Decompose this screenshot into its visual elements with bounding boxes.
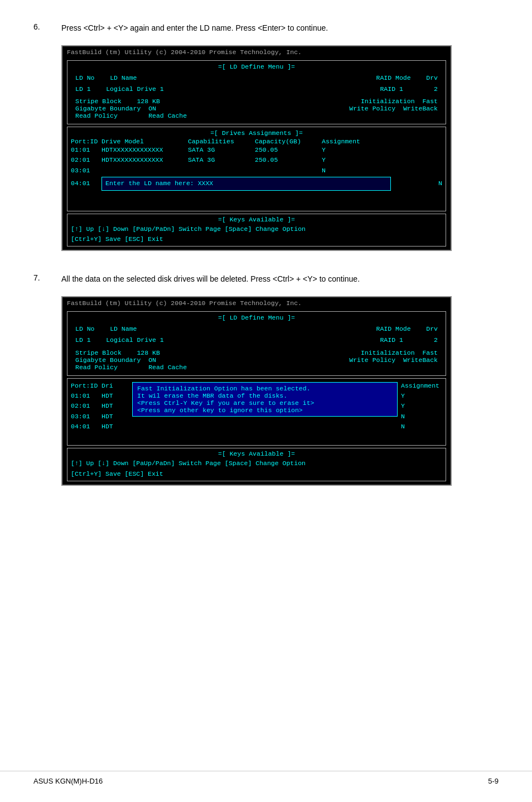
keys-title-1: =[ Keys Available ]= bbox=[71, 216, 442, 223]
d1-capacity: 250.05 bbox=[255, 145, 322, 155]
d4-port: 04:01 bbox=[71, 178, 101, 189]
read-cache-label: Read Cache bbox=[148, 112, 187, 119]
d2-model-2: HDT bbox=[101, 401, 132, 411]
init-val: Fast bbox=[422, 98, 438, 105]
d2-port-2: 02:01 bbox=[71, 401, 101, 411]
d1-port: 01:01 bbox=[71, 145, 101, 155]
ld-menu-title-1: =[ LD Define Menu ]= bbox=[71, 63, 442, 70]
stripe-block-label-2: Stripe Block bbox=[75, 349, 122, 356]
init-label-2: Initialization bbox=[361, 349, 415, 356]
logical-drive-1: Logical Drive 1 bbox=[106, 85, 164, 93]
keys-row2-1: [Ctrl+Y] Save [ESC] Exit bbox=[71, 234, 442, 244]
footer-right: 5-9 bbox=[488, 777, 499, 785]
raid-mode-label: RAID Mode bbox=[376, 74, 411, 81]
keys-section-2: =[ Keys Available ]= [↑] Up [↓] Down [Pa… bbox=[67, 448, 446, 481]
popup-line3: <Press Ctrl-Y Key if you are sure to era… bbox=[137, 399, 393, 407]
col-port-1: Port:ID bbox=[71, 138, 101, 145]
d1-model-2: HDT bbox=[101, 391, 132, 401]
write-policy-label: Write Policy bbox=[349, 105, 395, 112]
d3-port-2: 03:01 bbox=[71, 412, 101, 422]
keys-row2-2: [Ctrl+Y] Save [ESC] Exit bbox=[71, 469, 442, 479]
d1-assign: Y bbox=[322, 145, 366, 155]
terminal2-header: FastBuild (tm) Utility (c) 2004-2010 Pro… bbox=[62, 297, 451, 309]
d1-model: HDTXXXXXXXXXXXXX bbox=[101, 145, 188, 155]
stripe-block-label: Stripe Block bbox=[75, 98, 122, 105]
read-policy-label-2: Read Policy bbox=[75, 364, 118, 371]
d3-cap bbox=[188, 166, 255, 176]
init-val-2: Fast bbox=[422, 349, 438, 356]
ld-name-input[interactable]: Enter the LD name here: XXXX bbox=[101, 177, 391, 190]
keys-section-1: =[ Keys Available ]= [↑] Up [↓] Down [Pa… bbox=[67, 214, 446, 247]
write-policy-label-2: Write Policy bbox=[349, 356, 395, 364]
ld-values-row: LD 1 Logical Drive 1 bbox=[75, 84, 164, 95]
ld-name-label: LD Name bbox=[110, 74, 137, 81]
writeback-val-2: WriteBack bbox=[403, 356, 438, 364]
step6-text: Press <Ctrl> + <Y> again and enter the L… bbox=[61, 22, 328, 34]
col-assign-1: Assignment bbox=[322, 138, 366, 145]
raid-1: RAID 1 bbox=[380, 85, 403, 93]
d1-cap: SATA 3G bbox=[188, 145, 255, 155]
ld-no-label: LD No bbox=[75, 74, 95, 81]
ld-define-section-2: =[ LD Define Menu ]= LD No LD Name LD 1 … bbox=[67, 311, 446, 375]
d3-model-2: HDT bbox=[101, 412, 132, 422]
ld-no-label-2: LD No bbox=[75, 325, 95, 332]
init-label: Initialization bbox=[361, 98, 415, 105]
raid-mode-label-2: RAID Mode bbox=[376, 325, 411, 332]
drv-2: 2 bbox=[434, 85, 438, 93]
popup-line2: It wil erase the MBR data of the disks. bbox=[137, 392, 393, 399]
ld-define-section-1: =[ LD Define Menu ]= LD No LD Name LD 1 … bbox=[67, 60, 446, 124]
keys-row1-2: [↑] Up [↓] Down [PaUp/PaDn] Switch Page … bbox=[71, 458, 442, 468]
step7-section: 7. All the data on the selected disk dri… bbox=[33, 273, 499, 486]
col-cap-1: Capabilities bbox=[188, 138, 255, 145]
d2-capacity: 250.05 bbox=[255, 155, 322, 165]
gigabyte-boundary-val-2: ON bbox=[148, 356, 156, 364]
keys-row1-1: [↑] Up [↓] Down [PaUp/PaDn] Switch Page … bbox=[71, 224, 442, 234]
read-cache-label-2: Read Cache bbox=[148, 364, 187, 371]
d2-model: HDTXXXXXXXXXXXXX bbox=[101, 155, 188, 165]
d2-assign: Y bbox=[322, 155, 366, 165]
stripe-block-val-2: 128 KB bbox=[137, 349, 159, 356]
step7-text: All the data on the selected disk drives… bbox=[61, 273, 360, 285]
d3-assign: N bbox=[322, 166, 366, 176]
d2-port: 02:01 bbox=[71, 155, 101, 165]
d4-port-2: 04:01 bbox=[71, 422, 101, 432]
drv-label-2: Drv bbox=[426, 325, 438, 332]
footer: ASUS KGN(M)H-D16 5-9 bbox=[0, 771, 532, 785]
d4-assign-2: N bbox=[401, 422, 442, 432]
d3-capacity bbox=[255, 166, 322, 176]
footer-left: ASUS KGN(M)H-D16 bbox=[33, 777, 103, 785]
gigabyte-boundary-val: ON bbox=[148, 105, 156, 112]
col-drive-1: Drive Model bbox=[101, 138, 188, 145]
ld-labels-row: LD No LD Name bbox=[75, 73, 164, 84]
step6-section: 6. Press <Ctrl> + <Y> again and enter th… bbox=[33, 22, 499, 251]
col-assign-2-header: Assignment bbox=[401, 381, 442, 391]
drives-section-2: Port:ID Dri 01:01 HDT 02:01 HDT 03:01 bbox=[67, 378, 446, 446]
drv-label: Drv bbox=[426, 74, 438, 81]
step6-number: 6. bbox=[33, 22, 50, 34]
col-port-2: Port:ID bbox=[71, 381, 101, 391]
terminal1: FastBuild (tm) Utility (c) 2004-2010 Pro… bbox=[61, 45, 452, 251]
terminal2: FastBuild (tm) Utility (c) 2004-2010 Pro… bbox=[61, 296, 452, 486]
popup-line4: <Press any other key to ignore this opti… bbox=[137, 407, 393, 414]
gigabyte-boundary-label-2: Gigabyte Boundary bbox=[75, 356, 141, 364]
d2-cap: SATA 3G bbox=[188, 155, 255, 165]
logical-drive-1-2: Logical Drive 1 bbox=[106, 336, 164, 344]
ld-menu-title-2: =[ LD Define Menu ]= bbox=[71, 314, 442, 321]
read-policy-label: Read Policy bbox=[75, 112, 118, 119]
terminal1-header: FastBuild (tm) Utility (c) 2004-2010 Pro… bbox=[62, 46, 451, 58]
d3-assign-2: N bbox=[401, 412, 442, 422]
d3-port: 03:01 bbox=[71, 166, 101, 176]
popup-line1: Fast Initialization Option has been sele… bbox=[137, 385, 393, 392]
step7-number: 7. bbox=[33, 273, 50, 285]
d4-assign: N bbox=[398, 178, 442, 189]
d1-port-2: 01:01 bbox=[71, 391, 101, 401]
d4-model-2: HDT bbox=[101, 422, 132, 432]
d1-assign-2: Y bbox=[401, 391, 442, 401]
d3-model bbox=[101, 166, 188, 176]
d2-assign-2: Y bbox=[401, 401, 442, 411]
col-drive-2: Dri bbox=[101, 381, 132, 391]
ld-1-2: LD 1 bbox=[75, 336, 91, 344]
stripe-block-val: 128 KB bbox=[137, 98, 159, 105]
ld-1: LD 1 bbox=[75, 85, 91, 93]
drives-section-1: =[ Drives Assignments ]= Port:ID Drive M… bbox=[67, 127, 446, 211]
